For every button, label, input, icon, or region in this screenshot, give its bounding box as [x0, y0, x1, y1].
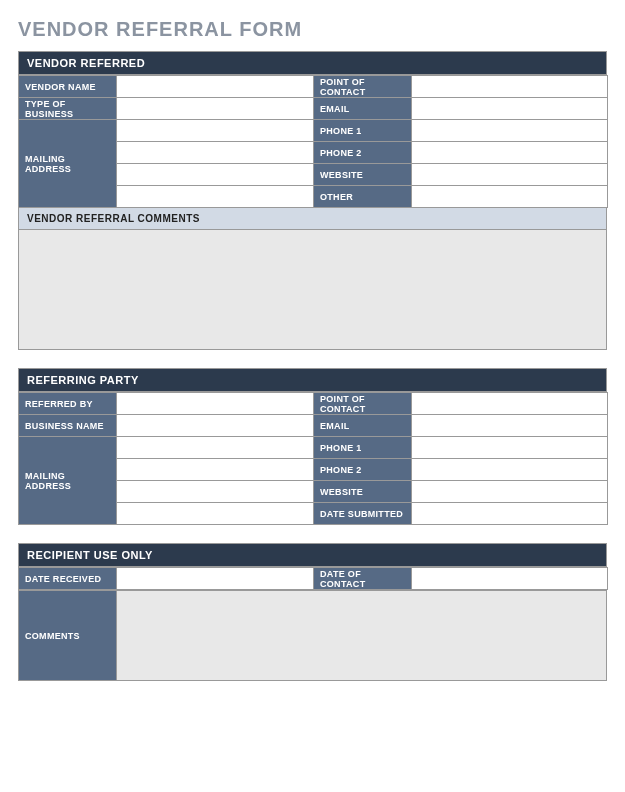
section-recipient: RECIPIENT USE ONLY DATE RECEIVED DATE OF…	[18, 543, 607, 681]
label-recipient-comments: COMMENTS	[19, 591, 117, 681]
input-mailing-address-4[interactable]	[117, 186, 314, 208]
input-vendor-referral-comments[interactable]	[18, 230, 607, 350]
label-vendor-name: VENDOR NAME	[19, 76, 117, 98]
label-date-of-contact: DATE OF CONTACT	[314, 568, 412, 590]
label-email: EMAIL	[314, 98, 412, 120]
recipient-header: RECIPIENT USE ONLY	[18, 543, 607, 567]
referring-party-header: REFERRING PARTY	[18, 368, 607, 392]
section-vendor-referred: VENDOR REFERRED VENDOR NAME POINT OF CON…	[18, 51, 607, 350]
recipient-table: DATE RECEIVED DATE OF CONTACT	[18, 567, 608, 590]
input-point-of-contact[interactable]	[412, 76, 608, 98]
input-referred-by[interactable]	[117, 393, 314, 415]
input-business-name[interactable]	[117, 415, 314, 437]
input-rp-mailing-address-1[interactable]	[117, 437, 314, 459]
label-business-name: BUSINESS NAME	[19, 415, 117, 437]
input-date-of-contact[interactable]	[412, 568, 608, 590]
label-rp-phone1: PHONE 1	[314, 437, 412, 459]
label-website: WEBSITE	[314, 164, 412, 186]
label-phone2: PHONE 2	[314, 142, 412, 164]
referring-party-table: REFERRED BY POINT OF CONTACT BUSINESS NA…	[18, 392, 608, 525]
vendor-referred-header: VENDOR REFERRED	[18, 51, 607, 75]
page-title: VENDOR REFERRAL FORM	[18, 18, 607, 41]
input-recipient-comments[interactable]	[117, 591, 607, 681]
input-rp-phone1[interactable]	[412, 437, 608, 459]
label-rp-email: EMAIL	[314, 415, 412, 437]
input-vendor-name[interactable]	[117, 76, 314, 98]
input-date-received[interactable]	[117, 568, 314, 590]
input-phone2[interactable]	[412, 142, 608, 164]
input-website[interactable]	[412, 164, 608, 186]
input-rp-mailing-address-4[interactable]	[117, 503, 314, 525]
label-date-received: DATE RECEIVED	[19, 568, 117, 590]
input-date-submitted[interactable]	[412, 503, 608, 525]
label-rp-mailing-address: MAILING ADDRESS	[19, 437, 117, 525]
input-rp-website[interactable]	[412, 481, 608, 503]
input-phone1[interactable]	[412, 120, 608, 142]
label-rp-phone2: PHONE 2	[314, 459, 412, 481]
label-mailing-address: MAILING ADDRESS	[19, 120, 117, 208]
section-referring-party: REFERRING PARTY REFERRED BY POINT OF CON…	[18, 368, 607, 525]
recipient-comments-table: COMMENTS	[18, 590, 607, 681]
input-rp-mailing-address-2[interactable]	[117, 459, 314, 481]
input-rp-email[interactable]	[412, 415, 608, 437]
label-referred-by: REFERRED BY	[19, 393, 117, 415]
input-other[interactable]	[412, 186, 608, 208]
input-rp-point-of-contact[interactable]	[412, 393, 608, 415]
label-other: OTHER	[314, 186, 412, 208]
label-type-of-business: TYPE OF BUSINESS	[19, 98, 117, 120]
input-mailing-address-1[interactable]	[117, 120, 314, 142]
vendor-referral-comments-header: VENDOR REFERRAL COMMENTS	[18, 208, 607, 230]
input-rp-mailing-address-3[interactable]	[117, 481, 314, 503]
vendor-referred-table: VENDOR NAME POINT OF CONTACT TYPE OF BUS…	[18, 75, 608, 208]
label-date-submitted: DATE SUBMITTED	[314, 503, 412, 525]
input-mailing-address-2[interactable]	[117, 142, 314, 164]
label-rp-website: WEBSITE	[314, 481, 412, 503]
input-mailing-address-3[interactable]	[117, 164, 314, 186]
input-rp-phone2[interactable]	[412, 459, 608, 481]
input-email[interactable]	[412, 98, 608, 120]
input-type-of-business[interactable]	[117, 98, 314, 120]
label-phone1: PHONE 1	[314, 120, 412, 142]
label-point-of-contact: POINT OF CONTACT	[314, 76, 412, 98]
label-rp-point-of-contact: POINT OF CONTACT	[314, 393, 412, 415]
